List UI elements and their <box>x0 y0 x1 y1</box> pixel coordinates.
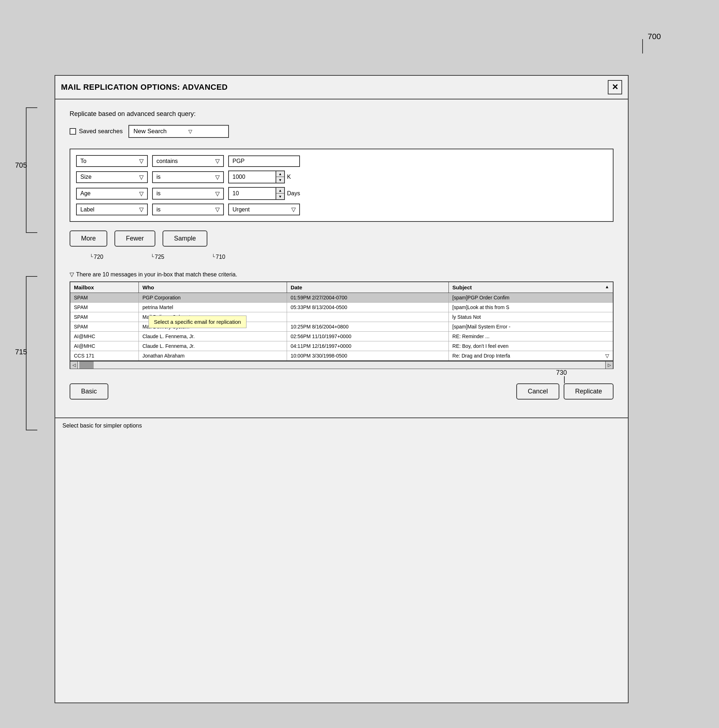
table-row[interactable]: AI@MHC Claude L. Fennema, Jr. 04:11PM 12… <box>70 341 613 351</box>
scroll-down-icon[interactable]: ▽ <box>605 353 609 359</box>
bottom-section: Basic 730 Cancel Replicate <box>70 383 614 399</box>
scroll-track[interactable] <box>78 361 605 369</box>
label-705: 705 <box>15 161 27 170</box>
spinner-size-input[interactable] <box>229 172 276 182</box>
field-dropdown-1[interactable]: To ▽ <box>76 155 148 167</box>
spinner-age-up[interactable]: ▲ <box>276 188 284 193</box>
operator-arrow-3-icon: ▽ <box>215 190 220 197</box>
label-715: 715 <box>15 348 27 356</box>
search-dropdown-arrow-icon: ▽ <box>188 128 192 134</box>
value-input-1[interactable] <box>228 156 300 167</box>
cell-date <box>287 312 449 322</box>
cell-who: PGP Corporation <box>139 293 287 303</box>
dialog-title: MAIL REPLICATION OPTIONS: ADVANCED <box>61 83 228 92</box>
cancel-button[interactable]: Cancel <box>516 383 559 399</box>
field-arrow-2-icon: ▽ <box>139 174 143 180</box>
sample-btn-group: Sample <box>163 231 208 246</box>
unit-k: K <box>287 174 291 180</box>
saved-searches-checkbox[interactable] <box>70 128 76 135</box>
field-dropdown-4[interactable]: Label ▽ <box>76 203 148 216</box>
cell-who: Mail Delivery System <box>139 322 287 332</box>
spinner-size-up[interactable]: ▲ <box>276 171 284 177</box>
field-dropdown-2[interactable]: Size ▽ <box>76 171 148 183</box>
scroll-thumb[interactable] <box>79 361 94 369</box>
match-text: There are 10 messages in your in-box tha… <box>76 271 237 278</box>
value-dropdown-4[interactable]: Urgent ▽ <box>228 203 300 216</box>
table-row[interactable]: SPAM Mail Delivery Subsystem ly Status N… <box>70 312 613 322</box>
operator-dropdown-4[interactable]: is ▽ <box>152 203 224 216</box>
spinner-size-arrows: ▲ ▼ <box>276 171 284 183</box>
criteria-row-4: Label ▽ is ▽ Urgent ▽ <box>76 203 607 216</box>
cell-mailbox: SPAM <box>70 312 139 322</box>
cell-date: 10:00PM 3/30/1998-0500 <box>287 351 449 361</box>
value-arrow-4-icon: ▽ <box>292 206 296 213</box>
bracket-705 <box>26 107 37 233</box>
operator-arrow-2-icon: ▽ <box>215 174 220 180</box>
operator-arrow-1-icon: ▽ <box>215 158 220 164</box>
footer-text: Select basic for simpler options <box>63 422 142 428</box>
operator-arrow-4-icon: ▽ <box>215 206 220 213</box>
operator-dropdown-1[interactable]: contains ▽ <box>152 155 224 167</box>
replicate-button[interactable]: Replicate <box>564 383 614 399</box>
cell-subject: ly Status Not <box>449 312 613 322</box>
operator-value-2: is <box>156 174 161 180</box>
field-value-3: Age <box>80 190 90 197</box>
match-icon: ▽ <box>70 271 74 278</box>
criteria-row-3: Age ▽ is ▽ ▲ ▼ <box>76 187 607 200</box>
dialog-window: MAIL REPLICATION OPTIONS: ADVANCED ✕ Rep… <box>55 75 629 703</box>
cell-who: Mail Delivery Subsystem <box>139 312 287 322</box>
unit-days: Days <box>287 190 300 197</box>
search-dropdown[interactable]: New Search ▽ <box>128 125 229 138</box>
cell-mailbox: AI@MHC <box>70 341 139 351</box>
spinner-size: ▲ ▼ <box>228 171 285 184</box>
cell-subject: RE: Reminder ... <box>449 332 613 341</box>
cell-subject: [spam]PGP Order Confim <box>449 293 613 303</box>
cell-who: petrina Martel <box>139 303 287 312</box>
more-button[interactable]: More <box>70 231 107 246</box>
cell-mailbox: SPAM <box>70 322 139 332</box>
label-710: 710 <box>216 254 225 260</box>
label-720: 720 <box>94 254 103 260</box>
spinner-size-down[interactable]: ▼ <box>276 177 284 183</box>
more-btn-group: More <box>70 231 107 246</box>
value-label-4: Urgent <box>232 206 250 213</box>
fewer-button[interactable]: Fewer <box>114 231 155 246</box>
cell-subject: RE: Boy, don't I feel even <box>449 341 613 351</box>
cell-date: 01:59PM 2/27/2004-0700 <box>287 293 449 303</box>
label-725: 725 <box>155 254 164 260</box>
operator-value-4: is <box>156 206 161 213</box>
cell-mailbox: SPAM <box>70 293 139 303</box>
scroll-left-button[interactable]: ◁ <box>70 361 78 369</box>
col-date: Date <box>287 282 449 293</box>
cell-date: 04:11PM 12/16/1997+0000 <box>287 341 449 351</box>
cell-mailbox: AI@MHC <box>70 332 139 341</box>
spinner-age-input[interactable] <box>229 188 276 199</box>
table-row[interactable]: SPAM Mail Delivery System 10:25PM 8/16/2… <box>70 322 613 332</box>
cell-who: Jonathan Abraham <box>139 351 287 361</box>
field-value-2: Size <box>80 174 92 180</box>
sample-button[interactable]: Sample <box>163 231 208 246</box>
operator-dropdown-3[interactable]: is ▽ <box>152 188 224 200</box>
operator-dropdown-2[interactable]: is ▽ <box>152 171 224 183</box>
horizontal-scrollbar[interactable]: ◁ ▷ <box>70 361 614 369</box>
results-table: Mailbox Who Date Subject ▲ SPAM PGP Co <box>70 281 614 361</box>
cell-who: Claude L. Fennema, Jr. <box>139 341 287 351</box>
scroll-right-button[interactable]: ▷ <box>605 361 613 369</box>
cell-mailbox: SPAM <box>70 303 139 312</box>
cell-mailbox: CCS 171 <box>70 351 139 361</box>
close-button[interactable]: ✕ <box>608 80 622 95</box>
spinner-age-down[interactable]: ▼ <box>276 193 284 199</box>
saved-searches-checkbox-label[interactable]: Saved searches <box>70 128 123 135</box>
search-dropdown-value: New Search <box>133 128 167 135</box>
cell-who: Claude L. Fennema, Jr. <box>139 332 287 341</box>
table-row[interactable]: CCS 171 Jonathan Abraham 10:00PM 3/30/19… <box>70 351 613 361</box>
basic-button[interactable]: Basic <box>70 383 108 399</box>
table-row[interactable]: SPAM petrina Martel 05:33PM 8/13/2004-05… <box>70 303 613 312</box>
field-dropdown-3[interactable]: Age ▽ <box>76 188 148 200</box>
table-row[interactable]: AI@MHC Claude L. Fennema, Jr. 02:56PM 11… <box>70 332 613 341</box>
field-value-1: To <box>80 158 87 164</box>
table-row[interactable]: SPAM PGP Corporation 01:59PM 2/27/2004-0… <box>70 293 613 303</box>
scroll-up-icon[interactable]: ▲ <box>605 284 609 289</box>
results-table-wrapper: Mailbox Who Date Subject ▲ SPAM PGP Co <box>70 281 614 369</box>
col-mailbox: Mailbox <box>70 282 139 293</box>
